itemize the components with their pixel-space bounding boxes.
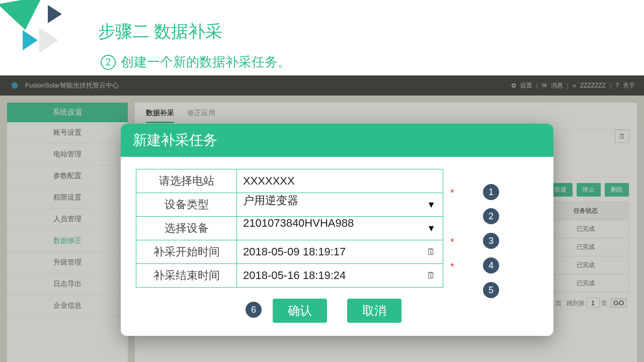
devtype-select[interactable]: 户用逆变器 [237, 193, 425, 216]
user-icon[interactable]: ⍟ [573, 82, 576, 89]
mail-icon[interactable]: ✉ [542, 82, 547, 89]
messages-link[interactable]: 消息 [551, 81, 563, 90]
pager-go-button[interactable]: GO [610, 298, 627, 308]
settings-link[interactable]: 设置 [520, 81, 532, 90]
product-name: FusionSolar智能光伏托管云中心 [25, 81, 119, 90]
sidebar-item[interactable]: 升级管理 [7, 252, 128, 274]
device-select[interactable]: 2101073840HVHA988 [237, 217, 425, 240]
cell-status: 已完成 [542, 220, 628, 238]
new-task-dialog: 新建补采任务 请选择电站 设备类型 户用逆变器 ▼ 选择设备 210107384… [121, 124, 553, 336]
calendar-icon[interactable]: 🗓 [615, 130, 629, 143]
sidebar: 系统设置 账号设置电站管理参数配置权限设置人员管理数据修正升级管理日志导出企业信… [7, 103, 128, 362]
sidebar-item[interactable]: 电站管理 [7, 144, 128, 165]
sidebar-item[interactable]: 日志导出 [7, 274, 128, 295]
annotation-marker: 3 [483, 233, 499, 249]
calendar-icon[interactable]: 🗓 [425, 247, 443, 257]
cell-status: 已完成 [542, 256, 628, 275]
calendar-icon[interactable]: 🗓 [425, 270, 443, 281]
pager-page-input[interactable] [587, 298, 600, 308]
sidebar-item[interactable]: 企业信息 [7, 295, 128, 317]
device-label: 选择设备 [136, 217, 237, 240]
required-mark: * [450, 187, 454, 199]
slide-header: 步骤二 数据补采 2 创建一个新的数据补采任务。 [0, 0, 644, 75]
user-name[interactable]: ZZZZZZZ [580, 82, 606, 89]
sidebar-title: 系统设置 [7, 103, 128, 122]
about-link[interactable]: 关于 [623, 81, 635, 90]
chevron-down-icon[interactable]: ▼ [425, 200, 443, 210]
app-topbar: FusionSolar智能光伏托管云中心 ✿ 设置| ✉ 消息| ⍟ ZZZZZ… [0, 75, 644, 96]
dialog-actions: 6 确认 取消 [121, 299, 553, 323]
tab-correction-apply[interactable]: 修正应用 [187, 109, 215, 123]
devtype-label: 设备类型 [136, 193, 237, 217]
cancel-button[interactable]: 取消 [347, 299, 401, 323]
tab-data-recollect[interactable]: 数据补采 [146, 109, 174, 123]
gear-icon[interactable]: ✿ [511, 82, 516, 89]
sidebar-item[interactable]: 数据修正 [7, 230, 128, 252]
pager-jump-label: 跳到第 [567, 300, 585, 307]
start-time-input[interactable] [237, 240, 425, 263]
product-logo-icon [9, 80, 20, 91]
stop-button[interactable]: 终止 [577, 183, 601, 197]
pager-page-suffix: 页 [601, 300, 607, 307]
chevron-down-icon[interactable]: ▼ [425, 223, 443, 234]
sidebar-item[interactable]: 账号设置 [7, 122, 128, 144]
step-subtitle: 2 创建一个新的数据补采任务。 [101, 53, 644, 71]
annotation-marker: 5 [483, 282, 499, 298]
end-time-label: 补采结束时间 [136, 264, 237, 288]
sidebar-item[interactable]: 权限设置 [7, 187, 128, 209]
sidebar-item[interactable]: 参数配置 [7, 165, 128, 187]
end-time-input[interactable] [237, 264, 425, 287]
cell-status: 已完成 [542, 275, 628, 293]
station-input[interactable] [237, 169, 443, 193]
dialog-title: 新建补采任务 [121, 124, 553, 157]
annotation-marker: 2 [483, 208, 499, 224]
step-subtitle-text: 创建一个新的数据补采任务。 [121, 53, 291, 71]
confirm-button[interactable]: 确认 [273, 299, 327, 323]
sidebar-item[interactable]: 人员管理 [7, 209, 128, 230]
required-mark: * [450, 236, 454, 248]
help-icon[interactable]: ? [615, 82, 619, 89]
circled-number-icon: 2 [101, 55, 116, 70]
topbar-right: ✿ 设置| ✉ 消息| ⍟ ZZZZZZZ| ? 关于 [511, 81, 635, 90]
step-title: 步骤二 数据补采 [98, 10, 644, 43]
col-task-status: 任务状态 [542, 202, 628, 220]
station-label: 请选择电站 [136, 169, 237, 193]
required-mark: * [450, 261, 454, 273]
decorative-shapes [0, 0, 75, 60]
cell-status: 已完成 [542, 238, 628, 256]
annotation-marker: 6 [246, 302, 262, 318]
start-time-label: 补采开始时间 [136, 240, 237, 264]
delete-button[interactable]: 删除 [605, 183, 629, 197]
dialog-form: 请选择电站 设备类型 户用逆变器 ▼ 选择设备 2101073840HVHA98… [136, 169, 443, 288]
annotation-marker: 1 [483, 184, 499, 200]
annotation-marker: 4 [483, 257, 499, 274]
